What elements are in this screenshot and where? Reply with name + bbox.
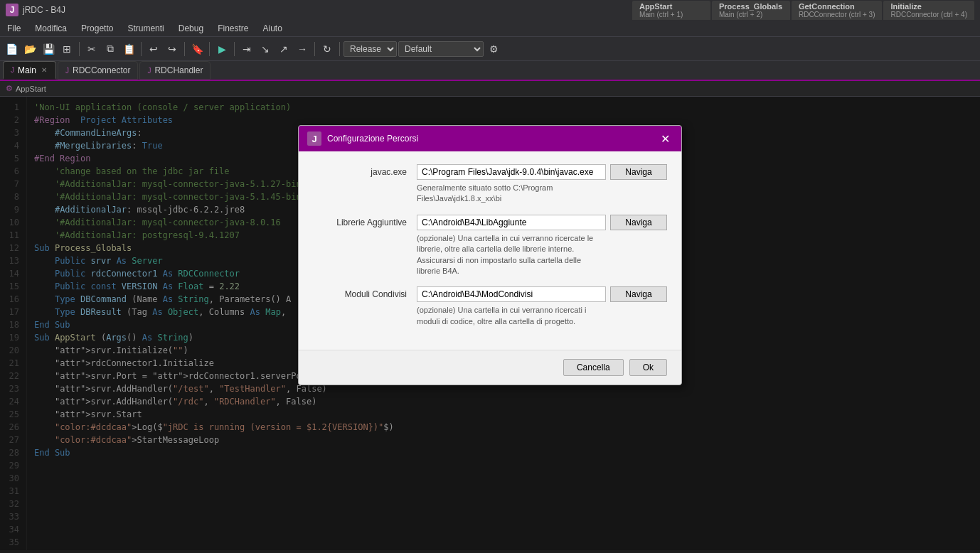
toolbar-step2-btn[interactable]: ↘ <box>257 41 274 58</box>
tab-rdchandler[interactable]: J RDCHandler <box>139 61 211 80</box>
dlg-hint-librerie-row: (opzionale) Una cartella in cui verranno… <box>313 233 667 284</box>
dlg-label-javac: javac.exe <box>313 167 412 177</box>
config-dialog: J Configurazione Percorsi ✕ javac.exe Na… <box>298 125 682 385</box>
toolbar: 📄 📂 💾 ⊞ ✂ ⧉ 📋 ↩ ↪ 🔖 ▶ ⇥ ↘ ↗ → ↻ Release … <box>0 37 980 61</box>
menu-finestre[interactable]: Finestre <box>211 21 255 36</box>
breadcrumb-icon: ⚙ <box>6 84 13 93</box>
dialog-j-icon: J <box>307 131 321 146</box>
toolbar-redo-btn[interactable]: ↪ <box>164 41 181 58</box>
quick-tab-appstart[interactable]: AppStart Main (ctrl + 1) <box>632 1 710 20</box>
menu-progetto[interactable]: Progetto <box>74 21 120 36</box>
dlg-input-javac[interactable] <box>417 164 606 180</box>
menu-debug[interactable]: Debug <box>171 21 211 36</box>
dlg-hint-librerie: (opzionale) Una cartella in cui verranno… <box>417 233 606 277</box>
tab-rdchandler-icon: J <box>147 67 151 75</box>
dlg-navbtn-librerie[interactable]: Naviga <box>610 215 667 230</box>
dialog-header: J Configurazione Percorsi ✕ <box>299 126 681 151</box>
toolbar-step4-btn[interactable]: → <box>294 41 311 58</box>
quick-tabs: AppStart Main (ctrl + 1) Process_Globals… <box>632 1 974 20</box>
toolbar-sep6 <box>314 42 315 56</box>
app-icon: J <box>6 4 18 16</box>
menu-bar: File Modifica Progetto Strumenti Debug F… <box>0 20 980 37</box>
editor-tabs: J Main ✕ J RDCConnector J RDCHandler <box>0 61 980 81</box>
toolbar-sep1 <box>79 42 80 56</box>
dlg-row-librerie: Librerie Aggiuntive Naviga <box>313 215 667 230</box>
dialog-footer: Cancella Ok <box>299 350 681 385</box>
toolbar-run-btn[interactable]: ▶ <box>213 41 230 58</box>
menu-file[interactable]: File <box>0 21 28 36</box>
breadcrumb: ⚙ AppStart <box>0 81 980 97</box>
dlg-label-librerie: Librerie Aggiuntive <box>313 218 412 227</box>
editor: 1234567891011121314151617181920212223242… <box>0 97 980 550</box>
toolbar-paste-btn[interactable]: 📋 <box>120 41 137 58</box>
toolbar-copy-btn[interactable]: ⧉ <box>102 41 119 58</box>
toolbar-sep5 <box>234 42 235 56</box>
tab-main[interactable]: J Main ✕ <box>3 61 56 80</box>
toolbar-sep3 <box>184 42 185 56</box>
dlg-label-moduli: Moduli Condivisi <box>313 289 412 299</box>
toolbar-refresh-btn[interactable]: ↻ <box>319 41 336 58</box>
breadcrumb-text: AppStart <box>16 85 46 93</box>
app-title: jRDC - B4J <box>23 5 65 15</box>
toolbar-cut-btn[interactable]: ✂ <box>83 41 100 58</box>
quick-tab-process-globals[interactable]: Process_Globals Main (ctrl + 2) <box>712 1 790 20</box>
title-bar: J jRDC - B4J AppStart Main (ctrl + 1) Pr… <box>0 0 980 20</box>
dlg-navbtn-moduli[interactable]: Naviga <box>610 286 667 302</box>
toolbar-step1-btn[interactable]: ⇥ <box>238 41 255 58</box>
dialog-body: javac.exe Naviga Generalmente situato so… <box>299 151 681 350</box>
tab-main-label: Main <box>18 65 36 75</box>
menu-modifica[interactable]: Modifica <box>28 21 74 36</box>
release-dropdown[interactable]: Release <box>343 41 397 57</box>
toolbar-bookmark-btn[interactable]: 🔖 <box>188 41 206 58</box>
dialog-close-btn[interactable]: ✕ <box>658 132 673 146</box>
toolbar-sep7 <box>339 42 340 56</box>
tab-main-icon: J <box>11 66 14 74</box>
dlg-hint-javac-row: Generalmente situato sotto C:\Program Fi… <box>313 183 667 212</box>
tab-rdcconnector-icon: J <box>65 67 69 75</box>
toolbar-undo-btn[interactable]: ↩ <box>145 41 162 58</box>
default-dropdown[interactable]: Default <box>398 41 484 57</box>
tab-rdchandler-label: RDCHandler <box>154 65 203 75</box>
toolbar-new-btn[interactable]: 📄 <box>3 41 20 58</box>
dialog-cancel-btn[interactable]: Cancella <box>563 359 624 376</box>
toolbar-step3-btn[interactable]: ↗ <box>275 41 292 58</box>
dlg-row-moduli: Moduli Condivisi Naviga <box>313 286 667 302</box>
dlg-row-javac: javac.exe Naviga <box>313 164 667 180</box>
dlg-hint-moduli: (opzionale) Una cartella in cui verranno… <box>417 305 606 327</box>
menu-strumenti[interactable]: Strumenti <box>120 21 171 36</box>
dialog-overlay: J Configurazione Percorsi ✕ javac.exe Na… <box>0 97 980 550</box>
tab-rdcconnector-label: RDCConnector <box>73 65 130 75</box>
toolbar-sep4 <box>209 42 210 56</box>
dlg-input-moduli[interactable] <box>417 286 606 302</box>
dlg-hint-moduli-row: (opzionale) Una cartella in cui verranno… <box>313 305 667 334</box>
toolbar-open-btn[interactable]: 📂 <box>21 41 38 58</box>
dialog-ok-btn[interactable]: Ok <box>629 359 667 376</box>
dlg-input-librerie[interactable] <box>417 215 606 230</box>
tab-rdcconnector[interactable]: J RDCConnector <box>58 61 138 80</box>
dialog-title: Configurazione Percorsi <box>327 134 418 144</box>
toolbar-save-btn[interactable]: 💾 <box>40 41 57 58</box>
menu-aiuto[interactable]: Aiuto <box>256 21 289 36</box>
dlg-navbtn-javac[interactable]: Naviga <box>610 164 667 180</box>
quick-tab-initialize[interactable]: Initialize RDCConnector (ctrl + 4) <box>883 1 974 20</box>
quick-tab-getconnection[interactable]: GetConnection RDCConnector (ctrl + 3) <box>792 1 883 20</box>
toolbar-extra-btn[interactable]: ⚙ <box>485 41 502 58</box>
tab-main-close[interactable]: ✕ <box>40 65 48 75</box>
dlg-hint-javac: Generalmente situato sotto C:\Program Fi… <box>417 183 606 205</box>
dialog-title-left: J Configurazione Percorsi <box>307 131 418 146</box>
toolbar-btn4[interactable]: ⊞ <box>58 41 75 58</box>
toolbar-sep2 <box>141 42 142 56</box>
